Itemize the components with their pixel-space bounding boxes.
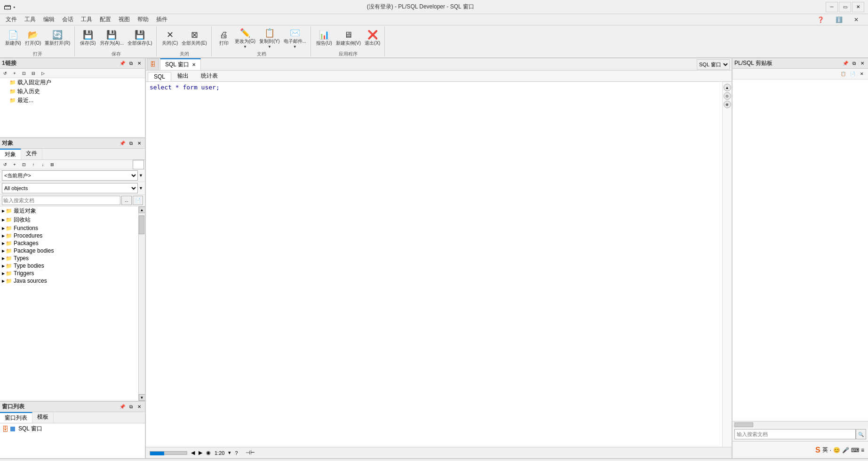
exit-button[interactable]: ❌ 退出(X) <box>363 27 382 50</box>
sql-tab-close[interactable]: ✕ <box>192 62 196 67</box>
conn-refresh-button[interactable]: ↺ <box>1 69 9 78</box>
scroll-mid-btn[interactable]: ⊙ <box>724 92 731 100</box>
obj-btn5[interactable]: ↓ <box>39 160 47 169</box>
ime-more[interactable]: ≡ <box>861 447 864 453</box>
clipboard-close-button[interactable]: ✕ <box>859 60 866 67</box>
ime-lang[interactable]: 英 <box>822 446 828 454</box>
obj-color-picker[interactable] <box>133 160 144 169</box>
tab-files[interactable]: 文件 <box>21 149 42 159</box>
obj-btn3[interactable]: ⊡ <box>20 160 28 169</box>
connections-pin-button[interactable]: 📌 <box>119 60 126 67</box>
restore-button[interactable]: ▭ <box>839 2 851 12</box>
tab-objects[interactable]: 对象 <box>0 149 21 159</box>
close-menu-icon[interactable]: ✕ <box>850 16 862 24</box>
windows-pin-button[interactable]: 📌 <box>119 403 126 411</box>
scroll-down-btn[interactable]: ⊕ <box>724 101 731 108</box>
window-list-item-sql[interactable]: 🗄 SQL 窗口 <box>1 424 144 433</box>
close-button[interactable]: ✕ <box>852 2 864 12</box>
tree-item-types[interactable]: ▶ 📁 Types <box>0 254 138 262</box>
save-button[interactable]: 💾 保存(S) <box>79 27 97 50</box>
modify-dropdown[interactable]: ▼ <box>243 45 247 49</box>
open-button[interactable]: 📂 打开(O) <box>24 27 42 50</box>
close-all-button[interactable]: ⊠ 全部关闭(E) <box>180 27 208 50</box>
tab-template[interactable]: 模板 <box>32 412 54 423</box>
inner-tab-output[interactable]: 输出 <box>171 71 195 81</box>
tree-item-package-bodies[interactable]: ▶ 📁 Package bodies <box>0 247 138 254</box>
obj-btn4[interactable]: ↑ <box>29 160 38 169</box>
titlebar-controls[interactable]: ─ ▭ ✕ <box>826 2 864 12</box>
clipboard-scroll-thumb[interactable] <box>734 422 753 427</box>
menu-session[interactable]: 会话 <box>58 15 77 24</box>
objects-pin-button[interactable]: 📌 <box>119 140 126 147</box>
report-button[interactable]: 📊 报告(U) <box>315 27 334 50</box>
menu-plugins[interactable]: 插件 <box>152 15 171 24</box>
obj-search-input[interactable] <box>2 196 120 205</box>
save-as-button[interactable]: 💾 另存为(A)... <box>98 27 126 50</box>
menu-help[interactable]: 帮助 <box>134 15 152 24</box>
ime-keyboard[interactable]: ⌨ <box>851 447 859 453</box>
close-file-button[interactable]: ✕ 关闭(C) <box>160 27 179 50</box>
sql-editor-tab[interactable]: SQL 窗口 ✕ <box>160 58 201 70</box>
inner-tab-sql[interactable]: SQL <box>148 72 171 81</box>
new-button[interactable]: 📄 新建(N) <box>4 27 23 50</box>
scroll-left-btn[interactable]: ◀ <box>191 450 195 456</box>
reopen-button[interactable]: 🔄 重新打开(R) <box>43 27 72 50</box>
objects-close-button[interactable]: ✕ <box>135 140 143 147</box>
obj-refresh-button[interactable]: ↺ <box>1 160 9 169</box>
ime-mic[interactable]: 🎤 <box>842 447 849 453</box>
objects-float-button[interactable]: ⧉ <box>127 140 135 147</box>
status-nav-icon[interactable]: ⊣⊢ <box>246 450 255 456</box>
modify-button[interactable]: ✏️ 更改为(G) ▼ <box>233 27 257 50</box>
clipboard-btn3[interactable]: ✕ <box>858 70 866 78</box>
obj-type-select[interactable]: All objects <box>2 183 138 193</box>
tab-window-list[interactable]: 窗口列表 <box>0 412 32 423</box>
obj-search-browse-button[interactable]: ... <box>121 196 132 205</box>
obj-user-dropdown-icon[interactable]: ▼ <box>139 173 143 178</box>
minimize-button[interactable]: ─ <box>826 2 838 12</box>
save-all-button[interactable]: 💾 全部保存(L) <box>126 27 153 50</box>
tree-item-procedures[interactable]: ▶ 📁 Procedures <box>0 232 138 239</box>
menu-tools2[interactable]: 工具 <box>77 15 96 24</box>
status-dropdown[interactable]: ▾ <box>228 450 231 456</box>
connections-float-button[interactable]: ⧉ <box>127 60 135 67</box>
obj-btn6[interactable]: ⊞ <box>48 160 56 169</box>
obj-add-button[interactable]: + <box>10 160 19 169</box>
tree-item-recycle[interactable]: ▶ 📁 回收站 <box>0 215 138 224</box>
help-icon[interactable]: ❓ <box>813 16 828 24</box>
editor-window-select[interactable]: SQL 窗口 <box>697 59 730 70</box>
clipboard-btn2[interactable]: 📄 <box>848 70 857 78</box>
conn-btn4[interactable]: ⊟ <box>29 69 38 78</box>
email-button[interactable]: ✉️ 电子邮件... ▼ <box>282 27 308 50</box>
clipboard-scrollbar-h[interactable] <box>733 421 868 428</box>
conn-btn3[interactable]: ⊡ <box>20 69 28 78</box>
inner-tab-stats[interactable]: 统计表 <box>195 71 224 81</box>
obj-user-select[interactable]: <当前用户> <box>2 170 138 181</box>
obj-type-dropdown-icon[interactable]: ▼ <box>139 186 143 191</box>
scroll-right-btn[interactable]: ▶ <box>199 450 202 456</box>
ime-emoji[interactable]: 😊 <box>833 447 840 453</box>
sql-editor[interactable]: select * form user; <box>146 82 722 447</box>
clipboard-search-input[interactable] <box>734 429 856 439</box>
clipboard-pin-button[interactable]: 📌 <box>842 60 849 67</box>
windows-close-button[interactable]: ✕ <box>135 403 143 411</box>
copy-to-button[interactable]: 📋 复制到(Y) ▼ <box>258 27 281 50</box>
print-button[interactable]: 🖨 打印 <box>215 27 232 50</box>
conn-item-recent[interactable]: 📁 最近... <box>0 96 145 105</box>
clipboard-search-button[interactable]: 🔍 <box>856 429 866 439</box>
menu-view[interactable]: 视图 <box>115 15 134 24</box>
scroll-thumb[interactable] <box>139 215 144 234</box>
obj-search-doc-button[interactable]: 📄 <box>133 196 143 205</box>
tree-item-recent[interactable]: ▶ 📁 最近对象 <box>0 207 138 215</box>
conn-item-fixed-users[interactable]: 📁 载入固定用户 <box>0 78 145 87</box>
menu-config[interactable]: 配置 <box>96 15 115 24</box>
info-icon[interactable]: ℹ️ <box>832 16 846 24</box>
tree-item-triggers[interactable]: ▶ 📁 Triggers <box>0 270 138 277</box>
menu-file[interactable]: 文件 <box>2 15 21 24</box>
menu-tools1[interactable]: 工具 <box>21 15 40 24</box>
tree-item-packages[interactable]: ▶ 📁 Packages <box>0 239 138 247</box>
scroll-down-arrow[interactable]: ▼ <box>139 394 145 401</box>
connections-close-button[interactable]: ✕ <box>135 60 143 67</box>
copy-to-dropdown[interactable]: ▼ <box>268 45 271 49</box>
tree-item-java-sources[interactable]: ▶ 📁 Java sources <box>0 277 138 285</box>
scroll-up-arrow[interactable]: ▲ <box>139 207 145 213</box>
